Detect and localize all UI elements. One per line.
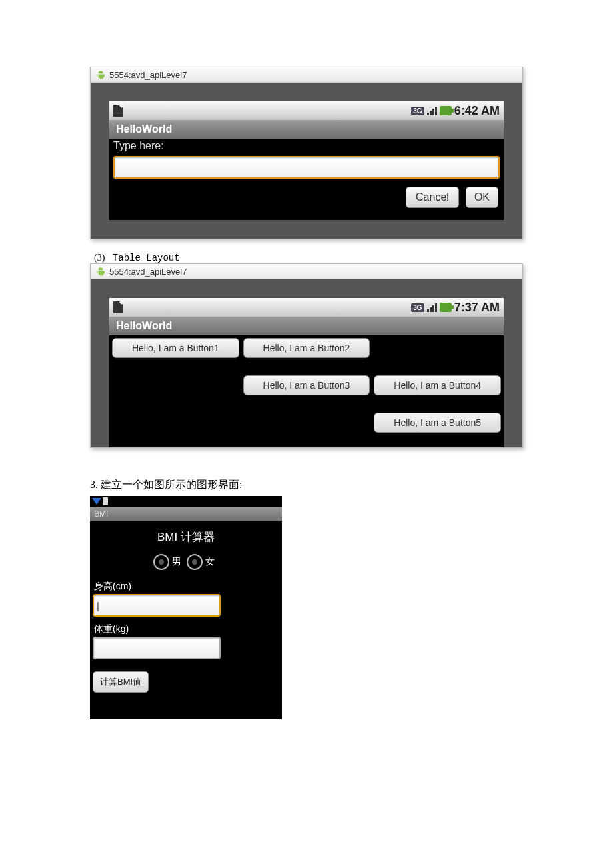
- gender-radio-group: 男 女: [90, 554, 282, 581]
- android-status-bar: 3G 6:42 AM: [109, 101, 504, 120]
- android-status-bar: 3G 7:37 AM: [109, 298, 504, 317]
- button-2[interactable]: Hello, I am a Button2: [243, 338, 370, 358]
- cancel-button[interactable]: Cancel: [406, 187, 459, 208]
- button-5[interactable]: Hello, I am a Button5: [374, 413, 501, 433]
- clock-text: 7:37 AM: [454, 301, 500, 315]
- radio-female-label: 女: [205, 556, 215, 568]
- emulator-window-2: 5554:avd_apiLevel7 3G 7:37 AM HelloWorld: [90, 263, 523, 448]
- battery-icon: [103, 497, 108, 505]
- weight-label: 体重(kg): [90, 623, 282, 635]
- radio-male-label: 男: [172, 556, 181, 568]
- text-input[interactable]: [113, 156, 500, 179]
- android-status-bar: [90, 496, 282, 507]
- sd-card-icon: [113, 105, 123, 117]
- weight-input[interactable]: [93, 637, 221, 659]
- sd-card-icon: [113, 301, 123, 313]
- button-1[interactable]: Hello, I am a Button1: [112, 338, 239, 358]
- bmi-title: BMI 计算器: [90, 525, 282, 554]
- emulator-window-1: 5554:avd_apiLevel7 3G 6:42 AM HelloWorld: [90, 67, 523, 239]
- height-input-value: |: [97, 600, 99, 611]
- app-title-bar: BMI: [90, 507, 282, 521]
- height-input[interactable]: |: [93, 594, 221, 617]
- android-icon: [96, 70, 105, 79]
- battery-icon: [440, 106, 452, 115]
- calculate-button[interactable]: 计算BMI值: [93, 671, 149, 693]
- section-number: (3): [94, 253, 105, 263]
- android-icon: [96, 267, 105, 276]
- height-label: 身高(cm): [90, 581, 282, 593]
- button-4[interactable]: Hello, I am a Button4: [374, 375, 501, 395]
- input-label: Type here:: [109, 139, 504, 153]
- section-label: (3) Table Layout: [94, 253, 523, 263]
- app-title-bar: HelloWorld: [109, 120, 504, 139]
- button-3[interactable]: Hello, I am a Button3: [243, 375, 370, 395]
- section-title: Table Layout: [113, 253, 180, 263]
- window-title: 5554:avd_apiLevel7: [109, 267, 187, 277]
- radio-male[interactable]: [153, 554, 169, 570]
- signal-bars-icon: [427, 106, 437, 115]
- bmi-device: BMI BMI 计算器 男 女 身高(cm) | 体重(kg) 计算BMI值: [90, 496, 282, 719]
- exercise-heading: 3. 建立一个如图所示的图形界面:: [90, 478, 523, 492]
- app-title-bar: HelloWorld: [109, 317, 504, 335]
- signal-bars-icon: [427, 303, 437, 312]
- radio-female[interactable]: [187, 554, 203, 570]
- battery-icon: [440, 303, 452, 312]
- network-3g-icon: 3G: [411, 107, 424, 115]
- window-title: 5554:avd_apiLevel7: [109, 70, 187, 80]
- window-titlebar: 5554:avd_apiLevel7: [91, 67, 522, 83]
- network-3g-icon: 3G: [411, 303, 424, 312]
- ok-button[interactable]: OK: [466, 187, 498, 208]
- window-titlebar: 5554:avd_apiLevel7: [91, 264, 522, 279]
- clock-text: 6:42 AM: [454, 104, 500, 118]
- dropdown-icon: [92, 498, 101, 505]
